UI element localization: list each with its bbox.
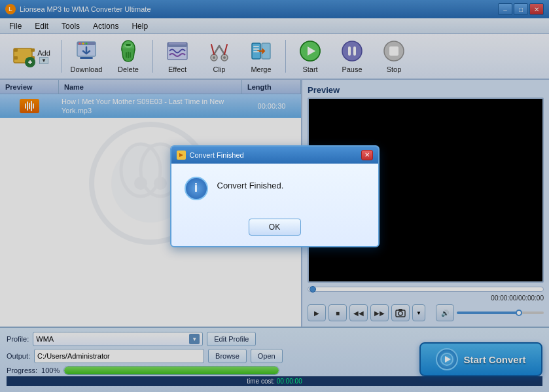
dialog-close-button[interactable]: ✕	[361, 150, 373, 160]
dialog-ok-button[interactable]: OK	[249, 219, 301, 236]
dialog-title-bar: Convert Finished ✕	[171, 147, 378, 164]
dialog-overlay: Convert Finished ✕ i Convert Finished. O…	[0, 0, 549, 392]
dialog-footer: OK	[171, 213, 378, 246]
dialog-message: Convert Finished.	[217, 177, 284, 190]
dialog-title: Convert Finished	[190, 151, 361, 159]
convert-finished-dialog: Convert Finished ✕ i Convert Finished. O…	[170, 145, 380, 247]
dialog-title-icon	[177, 151, 186, 160]
dialog-body: i Convert Finished.	[171, 164, 378, 213]
dialog-info-icon: i	[185, 177, 208, 200]
